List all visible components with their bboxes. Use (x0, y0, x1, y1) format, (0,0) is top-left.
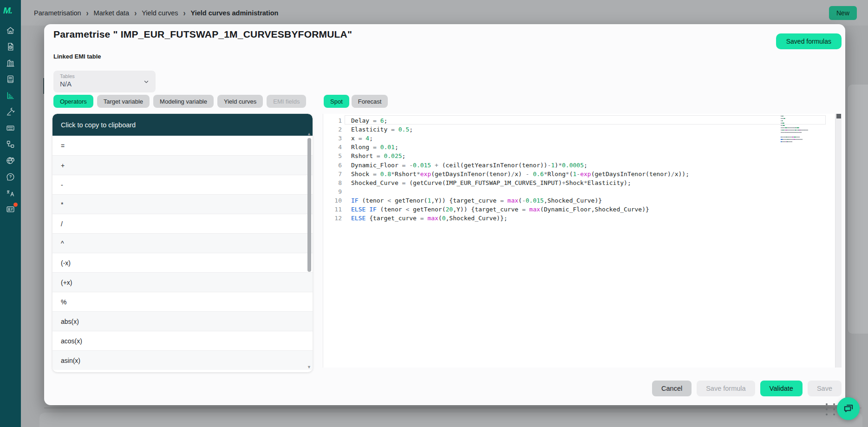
line-number: 11 (323, 205, 342, 214)
operator-item[interactable]: / (52, 214, 313, 233)
code-text: Shock = 0.8*Rshort*exp(getDaysInTenor(te… (351, 170, 689, 178)
tab-operators[interactable]: Operators (53, 95, 93, 108)
operator-item[interactable]: acos(x) (52, 331, 313, 350)
sidebar-item-contact-card[interactable] (5, 204, 16, 214)
line-number: 1 (323, 116, 342, 125)
tables-select-value: N/A (60, 80, 149, 88)
code-line-3[interactable]: 3x = 4; (323, 134, 842, 143)
formula-code-editor[interactable]: 1Delay = 6;2Elasticity = 0.5;3x = 4;4Rlo… (323, 114, 842, 368)
editor-tab-forecast[interactable]: Forecast (352, 95, 388, 108)
drag-handle[interactable] (826, 403, 837, 415)
operator-item[interactable]: + (52, 155, 313, 175)
tables-select[interactable]: Tables N/A (53, 71, 156, 92)
help-bubble-icon: ? (6, 172, 15, 182)
line-number: 4 (323, 143, 342, 151)
editor-scrollbar-thumb[interactable] (836, 114, 841, 118)
sidebar-item-globe-lock[interactable] (5, 155, 16, 165)
sidebar-item-keyboard[interactable] (5, 123, 16, 133)
code-line-12[interactable]: 12ELSE {target_curve = max(0,Shocked_Cur… (323, 214, 842, 223)
breadcrumb-item: Yield curves administration (191, 9, 279, 17)
chevron-down-icon (144, 78, 149, 84)
operator-item[interactable]: * (52, 194, 313, 214)
translate-icon (6, 188, 15, 198)
editor-tab-spot[interactable]: Spot (324, 95, 349, 108)
cancel-button[interactable]: Cancel (652, 381, 692, 396)
background-side-panel (847, 85, 868, 334)
editor-mode-tabs: SpotForecast (324, 95, 388, 108)
breadcrumb: Parametrisation›Market data›Yield curves… (34, 9, 278, 17)
parametrise-modal: Parametrise " IMP_EUR_FUTSWAP_1M_CURVESB… (44, 24, 845, 405)
breadcrumb-item[interactable]: Yield curves (142, 9, 178, 17)
operator-item[interactable]: - (52, 175, 313, 194)
save-button: Save (808, 381, 842, 396)
tab-modeling-variable[interactable]: Modeling variable (153, 95, 214, 108)
code-text: x = 4; (351, 134, 373, 143)
operator-item[interactable]: = (52, 136, 313, 155)
modal-footer: CancelSave formulaValidateSave (652, 381, 842, 396)
sidebar-item-auction-gavel[interactable] (5, 106, 16, 117)
code-text: Elasticity = 0.5; (351, 125, 413, 134)
operator-item[interactable]: (+x) (52, 272, 313, 292)
breadcrumb-separator-icon: › (86, 8, 89, 17)
code-line-1[interactable]: 1Delay = 6; (323, 116, 842, 125)
editor-minimap[interactable] (781, 116, 825, 144)
code-line-11[interactable]: 11ELSE IF (tenor < getTenor(20,Y)) {targ… (323, 205, 842, 214)
breadcrumb-item[interactable]: Parametrisation (34, 9, 81, 17)
code-line-7[interactable]: 7Shock = 0.8*Rshort*exp(getDaysInTenor(t… (323, 170, 842, 178)
operator-item[interactable]: (-x) (52, 253, 313, 272)
validate-button[interactable]: Validate (760, 381, 803, 396)
sidebar-item-ledger[interactable] (5, 74, 16, 84)
sidebar-item-workflow[interactable] (5, 139, 16, 149)
breadcrumb-item[interactable]: Market data (94, 9, 130, 17)
yield-curves-chart-icon (6, 91, 15, 100)
app-logo[interactable]: M. (3, 6, 12, 16)
tab-emi-fields: EMI fields (267, 95, 306, 108)
chat-fab-button[interactable] (837, 397, 860, 420)
line-number: 7 (323, 170, 342, 178)
code-line-9[interactable]: 9 (323, 187, 842, 196)
operator-item[interactable]: ^ (52, 233, 313, 253)
line-number: 12 (323, 214, 342, 223)
line-number: 6 (323, 161, 342, 170)
saved-formulas-button[interactable]: Saved formulas (776, 33, 842, 49)
background-card-edge (44, 407, 861, 408)
operators-scrollbar[interactable] (307, 138, 311, 272)
sidebar-item-organization[interactable] (5, 58, 16, 68)
line-number: 5 (323, 151, 342, 160)
code-line-8[interactable]: 8Shocked_Curve = (getCurve(IMP_EUR_FUTSW… (323, 178, 842, 187)
operator-item[interactable]: asin(x) (52, 350, 313, 370)
code-line-10[interactable]: 10IF (tenor < getTenor(1,Y)) {target_cur… (323, 196, 842, 205)
breadcrumb-separator-icon: › (183, 8, 186, 17)
linked-emi-table-label: Linked EMI table (53, 53, 101, 60)
code-line-4[interactable]: 4Rlong = 0.01; (323, 143, 842, 151)
sidebar-item-translate[interactable] (5, 188, 16, 198)
editor-scrollbar[interactable] (835, 114, 842, 368)
operator-item[interactable]: % (52, 292, 313, 311)
code-text: Shocked_Curve = (getCurve(IMP_EUR_FUTSWA… (351, 178, 631, 187)
code-line-6[interactable]: 6Dynamic_Floor = -0.015 + (ceil(getYears… (323, 161, 842, 170)
home-icon (6, 26, 15, 35)
new-button[interactable]: New (829, 6, 857, 20)
line-number: 10 (323, 196, 342, 205)
code-text: IF (tenor < getTenor(1,Y)) {target_curve… (351, 196, 602, 205)
chat-icon (842, 402, 855, 416)
sidebar-item-home[interactable] (5, 25, 16, 35)
scroll-down-icon[interactable]: ▼ (307, 365, 311, 369)
app-window: M. ? Parametrisation›Market data›Yield c… (0, 0, 868, 427)
sidebar-item-file-report[interactable] (5, 41, 16, 52)
tab-yield-curves[interactable]: Yield curves (217, 95, 263, 108)
tab-target-variable[interactable]: Target variable (97, 95, 150, 108)
sidebar-item-help-bubble[interactable]: ? (5, 171, 16, 182)
modal-title: Parametrise " IMP_EUR_FUTSWAP_1M_CURVESB… (53, 29, 352, 40)
code-text: Rshort = 0.025; (351, 151, 405, 160)
code-line-2[interactable]: 2Elasticity = 0.5; (323, 125, 842, 134)
ledger-icon (6, 74, 15, 84)
code-line-5[interactable]: 5Rshort = 0.025; (323, 151, 842, 160)
notification-badge (13, 203, 18, 207)
operator-item[interactable]: abs(x) (52, 311, 313, 331)
svg-text:?: ? (9, 174, 12, 179)
file-report-icon (6, 42, 15, 52)
scroll-up-icon[interactable]: ▲ (307, 131, 311, 136)
breadcrumb-separator-icon: › (134, 8, 137, 17)
sidebar-item-yield-curves-chart[interactable] (5, 90, 16, 100)
